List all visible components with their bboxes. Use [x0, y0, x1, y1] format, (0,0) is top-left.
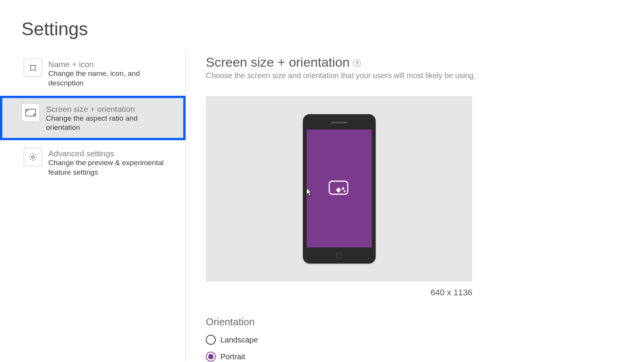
- panel-heading: Screen size + orientation: [206, 55, 350, 70]
- phone-speaker: [331, 122, 347, 123]
- content-area: Name + icon Change the name, icon, and d…: [0, 51, 644, 362]
- main-panel: Screen size + orientation ? Choose the s…: [186, 51, 644, 362]
- sidebar-item-title: Screen size + orientation: [46, 104, 176, 114]
- aspect-ratio-icon: [21, 103, 40, 122]
- preview-area: [206, 96, 472, 282]
- radio-label: Landscape: [220, 336, 258, 344]
- powerapps-logo-icon: [328, 179, 350, 198]
- sidebar-item-desc: Change the aspect ratio and orientation: [46, 114, 176, 133]
- sidebar-item-desc: Change the name, icon, and description: [48, 69, 176, 88]
- gear-icon: [24, 148, 42, 166]
- sidebar-item-advanced[interactable]: Advanced settings Change the preview & e…: [0, 140, 186, 185]
- orientation-radio-portrait[interactable]: Portrait: [206, 352, 644, 362]
- grid-icon: [24, 59, 42, 77]
- phone-screen: [307, 129, 372, 247]
- phone-mockup: [303, 114, 376, 264]
- sidebar-item-title: Name + icon: [48, 59, 176, 69]
- svg-rect-0: [31, 66, 35, 70]
- svg-line-11: [30, 154, 31, 155]
- radio-icon: [206, 352, 216, 362]
- phone-home-button: [336, 253, 342, 258]
- radio-icon: [206, 335, 216, 345]
- help-icon[interactable]: ?: [353, 60, 361, 67]
- svg-line-14: [35, 154, 36, 155]
- resolution-label: 640 x 1136: [206, 288, 472, 298]
- orientation-radio-landscape[interactable]: Landscape: [206, 335, 644, 345]
- sidebar-item-desc: Change the preview & experimental featur…: [48, 158, 176, 177]
- svg-point-6: [32, 156, 34, 158]
- orientation-heading: Orientation: [206, 316, 644, 328]
- svg-line-13: [30, 159, 31, 160]
- page-title: Settings: [0, 0, 644, 51]
- panel-subheading: Choose the screen size and orientation t…: [206, 71, 644, 80]
- radio-label: Portrait: [220, 352, 245, 361]
- svg-line-12: [35, 159, 36, 160]
- sidebar-item-screen-size[interactable]: Screen size + orientation Change the asp…: [0, 96, 186, 141]
- settings-sidebar: Name + icon Change the name, icon, and d…: [0, 51, 186, 362]
- sidebar-item-title: Advanced settings: [48, 149, 176, 158]
- sidebar-item-name-icon[interactable]: Name + icon Change the name, icon, and d…: [0, 51, 186, 96]
